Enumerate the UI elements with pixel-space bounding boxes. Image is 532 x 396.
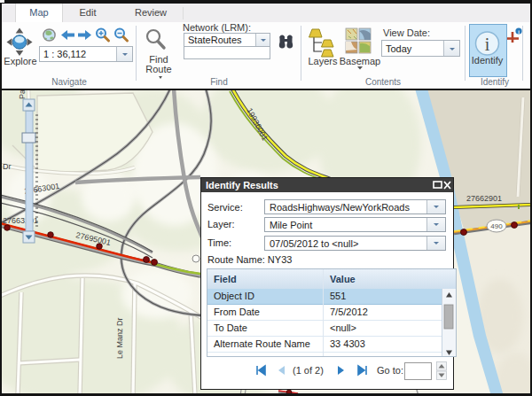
svg-text:i: i (485, 35, 490, 54)
svg-text:Dr: Dr (3, 162, 12, 171)
svg-text:Le Manz Dr: Le Manz Dr (115, 317, 124, 359)
svg-text:490: 490 (490, 222, 503, 230)
svg-text:27662901: 27662901 (466, 194, 502, 203)
svg-text:Pa: Pa (18, 90, 27, 99)
